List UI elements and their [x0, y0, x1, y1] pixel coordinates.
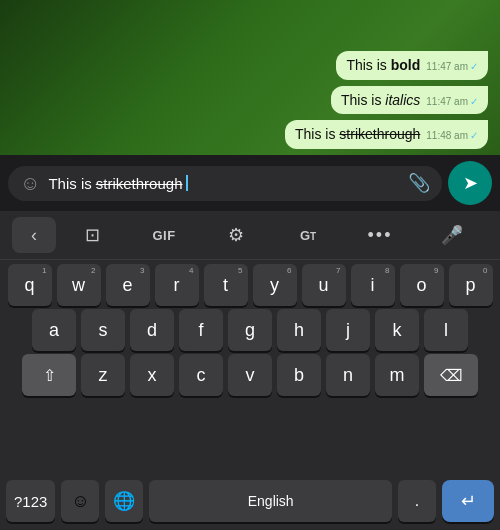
message-meta-2: 11:47 am ✓	[426, 96, 478, 107]
key-b[interactable]: b	[277, 354, 321, 396]
key-x[interactable]: x	[130, 354, 174, 396]
message-bubble-2: This is italics 11:47 am ✓	[331, 86, 488, 115]
key-j[interactable]: j	[326, 309, 370, 351]
text-cursor	[186, 175, 188, 191]
enter-icon: ↵	[461, 490, 476, 512]
num-label: ?123	[14, 493, 47, 510]
key-i[interactable]: 8i	[351, 264, 395, 306]
key-e[interactable]: 3e	[106, 264, 150, 306]
bottom-row: ?123 ☺ 🌐 English . ↵	[0, 475, 500, 530]
key-row-2: a s d f g h j k l	[4, 309, 496, 351]
key-l[interactable]: l	[424, 309, 468, 351]
key-c[interactable]: c	[179, 354, 223, 396]
key-o[interactable]: 9o	[400, 264, 444, 306]
message-bubble-3: This is strikethrough 11:48 am ✓	[285, 120, 488, 149]
message-meta-3: 11:48 am ✓	[426, 130, 478, 141]
chat-area: This is bold 11:47 am ✓ This is italics …	[0, 0, 500, 155]
shift-icon: ⇧	[43, 366, 56, 385]
key-u[interactable]: 7u	[302, 264, 346, 306]
gif-label: GIF	[152, 228, 175, 243]
translate-button[interactable]: GT	[272, 217, 344, 253]
bottom-emoji-icon: ☺	[71, 491, 89, 512]
backspace-key[interactable]: ⌫	[424, 354, 478, 396]
enter-key[interactable]: ↵	[442, 480, 494, 522]
back-icon: ‹	[31, 225, 37, 246]
keyboard-back-button[interactable]: ‹	[12, 217, 56, 253]
more-button[interactable]: •••	[344, 217, 416, 253]
key-v[interactable]: v	[228, 354, 272, 396]
mic-icon: 🎤	[441, 224, 463, 246]
message-meta-1: 11:47 am ✓	[426, 61, 478, 72]
key-s[interactable]: s	[81, 309, 125, 351]
send-icon: ➤	[463, 172, 478, 194]
message-text-3: This is strikethrough	[295, 125, 420, 145]
key-n[interactable]: n	[326, 354, 370, 396]
mic-button[interactable]: 🎤	[416, 217, 488, 253]
input-container[interactable]: ☺ This is strikethrough 📎	[8, 166, 442, 201]
input-strike-text: strikethrough	[96, 175, 183, 192]
globe-icon: 🌐	[113, 490, 135, 512]
key-z[interactable]: z	[81, 354, 125, 396]
read-tick-3: ✓	[470, 130, 478, 141]
message-bubble-1: This is bold 11:47 am ✓	[336, 51, 488, 80]
numbers-key[interactable]: ?123	[6, 480, 55, 522]
key-w[interactable]: 2w	[57, 264, 101, 306]
message-input[interactable]: This is strikethrough	[48, 175, 400, 192]
shift-key[interactable]: ⇧	[22, 354, 76, 396]
space-key[interactable]: English	[149, 480, 392, 522]
bottom-emoji-key[interactable]: ☺	[61, 480, 99, 522]
key-t[interactable]: 5t	[204, 264, 248, 306]
translate-icon: GT	[300, 228, 316, 243]
settings-icon: ⚙	[228, 224, 244, 246]
message-text-2: This is italics	[341, 91, 420, 111]
period-label: .	[415, 492, 419, 510]
emoji-button[interactable]: ☺	[20, 172, 40, 195]
more-icon: •••	[368, 225, 393, 246]
key-r[interactable]: 4r	[155, 264, 199, 306]
globe-key[interactable]: 🌐	[105, 480, 143, 522]
input-normal-text: This is	[48, 175, 91, 192]
message-text-1: This is bold	[346, 56, 420, 76]
key-y[interactable]: 6y	[253, 264, 297, 306]
key-h[interactable]: h	[277, 309, 321, 351]
period-key[interactable]: .	[398, 480, 436, 522]
key-row-1: 1q 2w 3e 4r 5t 6y 7u 8i 9o 0p	[4, 264, 496, 306]
read-tick-1: ✓	[470, 61, 478, 72]
key-a[interactable]: a	[32, 309, 76, 351]
settings-button[interactable]: ⚙	[200, 217, 272, 253]
keyboard: 1q 2w 3e 4r 5t 6y 7u 8i 9o 0p a s d f g …	[0, 260, 500, 475]
key-g[interactable]: g	[228, 309, 272, 351]
key-m[interactable]: m	[375, 354, 419, 396]
sticker-icon: ⊡	[85, 224, 100, 246]
gif-button[interactable]: GIF	[128, 217, 200, 253]
key-q[interactable]: 1q	[8, 264, 52, 306]
key-p[interactable]: 0p	[449, 264, 493, 306]
key-d[interactable]: d	[130, 309, 174, 351]
input-area: ☺ This is strikethrough 📎 ➤	[0, 155, 500, 211]
read-tick-2: ✓	[470, 96, 478, 107]
key-f[interactable]: f	[179, 309, 223, 351]
space-label: English	[248, 493, 294, 509]
attach-button[interactable]: 📎	[408, 172, 430, 194]
send-button[interactable]: ➤	[448, 161, 492, 205]
keyboard-toolbar: ‹ ⊡ GIF ⚙ GT ••• 🎤	[0, 211, 500, 260]
key-row-3: ⇧ z x c v b n m ⌫	[4, 354, 496, 396]
key-k[interactable]: k	[375, 309, 419, 351]
sticker-button[interactable]: ⊡	[56, 217, 128, 253]
backspace-icon: ⌫	[440, 366, 463, 385]
